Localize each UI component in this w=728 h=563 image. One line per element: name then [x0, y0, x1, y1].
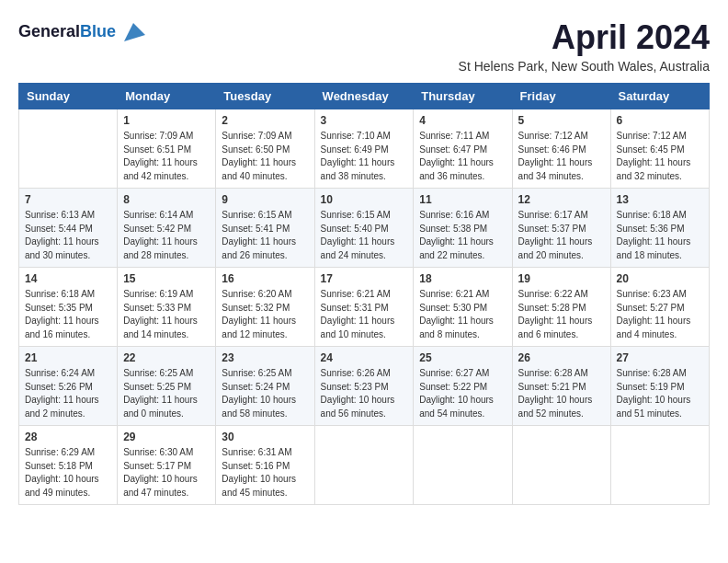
- column-header-monday: Monday: [118, 84, 216, 109]
- column-header-thursday: Thursday: [414, 84, 512, 109]
- day-number: 12: [518, 193, 605, 206]
- title-block: April 2024 St Helens Park, New South Wal…: [459, 18, 710, 74]
- day-info: Sunrise: 6:27 AMSunset: 5:22 PMDaylight:…: [419, 367, 506, 420]
- day-info: Sunrise: 6:23 AMSunset: 5:27 PMDaylight:…: [617, 288, 703, 341]
- day-number: 5: [518, 114, 605, 127]
- day-info: Sunrise: 6:20 AMSunset: 5:32 PMDaylight:…: [222, 288, 308, 341]
- calendar-week-row: 21Sunrise: 6:24 AMSunset: 5:26 PMDayligh…: [19, 347, 710, 426]
- day-info: Sunrise: 6:18 AMSunset: 5:35 PMDaylight:…: [25, 288, 111, 341]
- column-header-saturday: Saturday: [610, 84, 709, 109]
- calendar-cell: [610, 426, 709, 505]
- day-number: 6: [617, 114, 703, 127]
- day-info: Sunrise: 6:22 AMSunset: 5:28 PMDaylight:…: [518, 288, 605, 341]
- day-number: 18: [419, 272, 506, 285]
- day-number: 25: [419, 351, 506, 364]
- calendar-cell: [512, 426, 610, 505]
- day-number: 28: [25, 431, 111, 443]
- calendar-cell: 13Sunrise: 6:18 AMSunset: 5:36 PMDayligh…: [610, 189, 709, 268]
- calendar-cell: 10Sunrise: 6:15 AMSunset: 5:40 PMDayligh…: [314, 189, 414, 268]
- calendar-cell: 6Sunrise: 7:12 AMSunset: 6:45 PMDaylight…: [610, 109, 709, 189]
- calendar-cell: 23Sunrise: 6:25 AMSunset: 5:24 PMDayligh…: [216, 347, 314, 426]
- day-number: 17: [321, 272, 408, 285]
- calendar-cell: 19Sunrise: 6:22 AMSunset: 5:28 PMDayligh…: [512, 268, 610, 347]
- column-header-sunday: Sunday: [19, 84, 118, 109]
- day-number: 10: [321, 193, 408, 206]
- day-number: 9: [222, 193, 308, 206]
- calendar-cell: 4Sunrise: 7:11 AMSunset: 6:47 PMDaylight…: [414, 109, 512, 189]
- day-info: Sunrise: 6:13 AMSunset: 5:44 PMDaylight:…: [25, 209, 111, 262]
- calendar-cell: [414, 426, 512, 505]
- day-info: Sunrise: 6:21 AMSunset: 5:30 PMDaylight:…: [419, 288, 506, 341]
- logo-general: General: [18, 22, 80, 40]
- day-number: 13: [617, 193, 703, 206]
- day-info: Sunrise: 7:12 AMSunset: 6:45 PMDaylight:…: [617, 130, 703, 183]
- day-info: Sunrise: 6:18 AMSunset: 5:36 PMDaylight:…: [617, 209, 703, 262]
- day-info: Sunrise: 7:12 AMSunset: 6:46 PMDaylight:…: [518, 130, 605, 183]
- calendar-cell: 28Sunrise: 6:29 AMSunset: 5:18 PMDayligh…: [19, 426, 118, 505]
- day-number: 21: [25, 351, 111, 364]
- day-number: 16: [222, 272, 308, 285]
- day-info: Sunrise: 6:26 AMSunset: 5:23 PMDaylight:…: [321, 367, 408, 420]
- svg-marker-0: [124, 23, 145, 41]
- calendar-table: SundayMondayTuesdayWednesdayThursdayFrid…: [18, 83, 710, 505]
- calendar-week-row: 28Sunrise: 6:29 AMSunset: 5:18 PMDayligh…: [19, 426, 710, 505]
- calendar-cell: 25Sunrise: 6:27 AMSunset: 5:22 PMDayligh…: [414, 347, 512, 426]
- calendar-cell: 29Sunrise: 6:30 AMSunset: 5:17 PMDayligh…: [118, 426, 216, 505]
- day-info: Sunrise: 6:28 AMSunset: 5:19 PMDaylight:…: [617, 367, 703, 420]
- calendar-cell: 11Sunrise: 6:16 AMSunset: 5:38 PMDayligh…: [414, 189, 512, 268]
- calendar-cell: [314, 426, 414, 505]
- day-number: 23: [222, 351, 308, 364]
- day-number: 14: [25, 272, 111, 285]
- day-info: Sunrise: 6:25 AMSunset: 5:25 PMDaylight:…: [123, 367, 210, 420]
- calendar-week-row: 14Sunrise: 6:18 AMSunset: 5:35 PMDayligh…: [19, 268, 710, 347]
- calendar-cell: 16Sunrise: 6:20 AMSunset: 5:32 PMDayligh…: [216, 268, 314, 347]
- day-info: Sunrise: 7:09 AMSunset: 6:51 PMDaylight:…: [123, 130, 210, 183]
- day-info: Sunrise: 6:24 AMSunset: 5:26 PMDaylight:…: [25, 367, 111, 420]
- calendar-cell: 30Sunrise: 6:31 AMSunset: 5:16 PMDayligh…: [216, 426, 314, 505]
- calendar-cell: 12Sunrise: 6:17 AMSunset: 5:37 PMDayligh…: [512, 189, 610, 268]
- day-info: Sunrise: 7:09 AMSunset: 6:50 PMDaylight:…: [222, 130, 308, 183]
- day-info: Sunrise: 7:10 AMSunset: 6:49 PMDaylight:…: [321, 130, 408, 183]
- calendar-cell: 1Sunrise: 7:09 AMSunset: 6:51 PMDaylight…: [118, 109, 216, 189]
- day-number: 11: [419, 193, 506, 206]
- day-info: Sunrise: 6:16 AMSunset: 5:38 PMDaylight:…: [419, 209, 506, 262]
- day-number: 30: [222, 431, 308, 443]
- day-number: 22: [123, 351, 210, 364]
- calendar-cell: 14Sunrise: 6:18 AMSunset: 5:35 PMDayligh…: [19, 268, 118, 347]
- calendar-cell: 18Sunrise: 6:21 AMSunset: 5:30 PMDayligh…: [414, 268, 512, 347]
- column-header-friday: Friday: [512, 84, 610, 109]
- day-number: 7: [25, 193, 111, 206]
- day-number: 8: [123, 193, 210, 206]
- calendar-cell: 3Sunrise: 7:10 AMSunset: 6:49 PMDaylight…: [314, 109, 414, 189]
- calendar-cell: 24Sunrise: 6:26 AMSunset: 5:23 PMDayligh…: [314, 347, 414, 426]
- day-number: 2: [222, 114, 308, 127]
- day-info: Sunrise: 6:25 AMSunset: 5:24 PMDaylight:…: [222, 367, 308, 420]
- day-number: 20: [617, 272, 703, 285]
- day-number: 26: [518, 351, 605, 364]
- page-header: GeneralBlue April 2024 St Helens Park, N…: [18, 18, 710, 74]
- day-info: Sunrise: 6:29 AMSunset: 5:18 PMDaylight:…: [25, 446, 111, 500]
- column-header-wednesday: Wednesday: [314, 84, 414, 109]
- calendar-week-row: 7Sunrise: 6:13 AMSunset: 5:44 PMDaylight…: [19, 189, 710, 268]
- day-number: 1: [123, 114, 210, 127]
- calendar-cell: 26Sunrise: 6:28 AMSunset: 5:21 PMDayligh…: [512, 347, 610, 426]
- calendar-week-row: 1Sunrise: 7:09 AMSunset: 6:51 PMDaylight…: [19, 109, 710, 189]
- calendar-cell: 20Sunrise: 6:23 AMSunset: 5:27 PMDayligh…: [610, 268, 709, 347]
- month-title: April 2024: [459, 18, 710, 57]
- logo-blue: Blue: [80, 22, 116, 40]
- logo-icon: [119, 18, 147, 46]
- calendar-cell: [19, 109, 118, 189]
- day-number: 3: [321, 114, 408, 127]
- day-info: Sunrise: 6:14 AMSunset: 5:42 PMDaylight:…: [123, 209, 210, 262]
- day-info: Sunrise: 6:19 AMSunset: 5:33 PMDaylight:…: [123, 288, 210, 341]
- calendar-cell: 8Sunrise: 6:14 AMSunset: 5:42 PMDaylight…: [118, 189, 216, 268]
- day-info: Sunrise: 6:30 AMSunset: 5:17 PMDaylight:…: [123, 446, 210, 500]
- day-number: 15: [123, 272, 210, 285]
- day-number: 29: [123, 431, 210, 443]
- calendar-cell: 7Sunrise: 6:13 AMSunset: 5:44 PMDaylight…: [19, 189, 118, 268]
- calendar-cell: 15Sunrise: 6:19 AMSunset: 5:33 PMDayligh…: [118, 268, 216, 347]
- calendar-cell: 2Sunrise: 7:09 AMSunset: 6:50 PMDaylight…: [216, 109, 314, 189]
- calendar-cell: 22Sunrise: 6:25 AMSunset: 5:25 PMDayligh…: [118, 347, 216, 426]
- calendar-cell: 9Sunrise: 6:15 AMSunset: 5:41 PMDaylight…: [216, 189, 314, 268]
- day-info: Sunrise: 6:17 AMSunset: 5:37 PMDaylight:…: [518, 209, 605, 262]
